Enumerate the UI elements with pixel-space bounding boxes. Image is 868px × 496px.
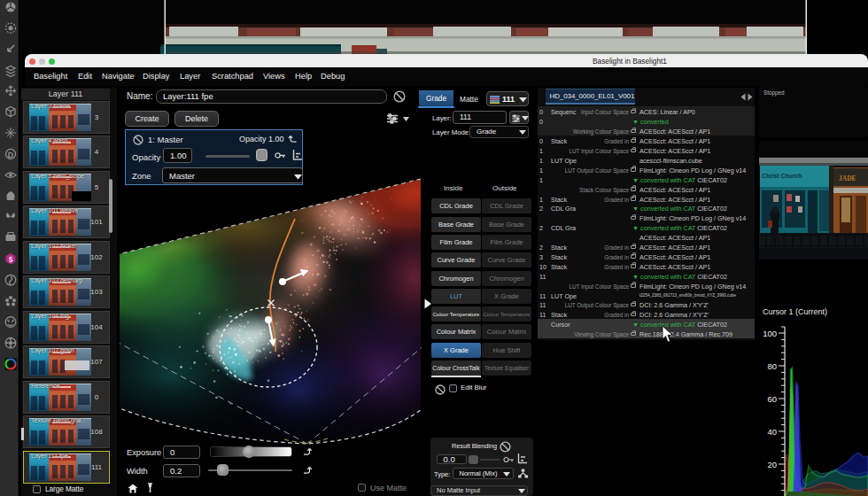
svg-text:100: 100	[763, 329, 777, 338]
svg-text:$: $	[9, 255, 13, 264]
svg-text:40: 40	[767, 427, 777, 437]
svg-text:20: 20	[767, 460, 777, 469]
svg-text:80: 80	[767, 361, 777, 371]
svg-text:60: 60	[767, 394, 777, 404]
svg-text:D: D	[8, 151, 14, 159]
